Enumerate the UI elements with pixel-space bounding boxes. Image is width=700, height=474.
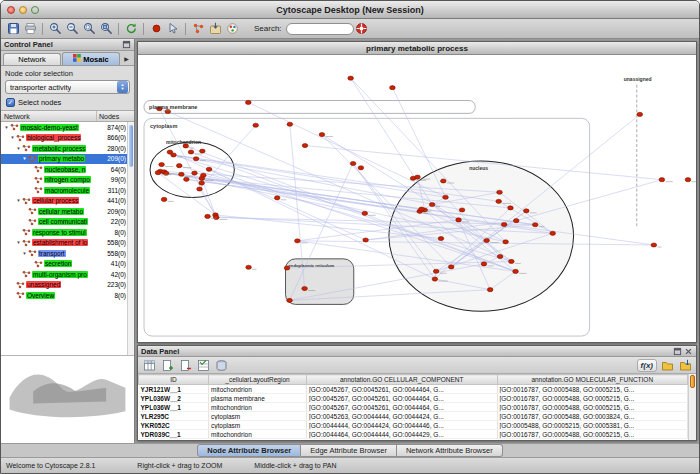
column-header-id[interactable]: ID — [139, 375, 209, 385]
zoom-in-icon[interactable] — [47, 21, 63, 37]
tree-row-secretion[interactable]: secretion41(0) — [1, 259, 134, 270]
import-attributes-icon[interactable] — [213, 357, 229, 373]
tree-row-establishment-of-lo[interactable]: ▼establishment of lo558(0) — [1, 238, 134, 249]
zoom-selected-icon[interactable] — [81, 21, 97, 37]
network-node[interactable] — [362, 211, 368, 215]
network-node[interactable] — [459, 208, 465, 212]
expand-toggle-icon[interactable]: ▼ — [15, 240, 22, 245]
network-node[interactable] — [419, 207, 425, 211]
tree-row-cellular-process[interactable]: ▼cellular process441(0) — [1, 196, 134, 207]
network-node[interactable] — [274, 196, 280, 200]
network-node[interactable] — [184, 177, 190, 181]
tree-row-biological-process[interactable]: ▼biological_process866(0) — [1, 133, 134, 144]
expand-toggle-icon[interactable]: ▼ — [15, 146, 22, 151]
network-node[interactable] — [302, 143, 308, 147]
expand-toggle-icon[interactable]: ▼ — [15, 198, 22, 203]
network-node[interactable] — [651, 243, 657, 247]
network-node[interactable] — [200, 149, 206, 153]
network-node[interactable] — [523, 209, 529, 213]
import-network-icon[interactable] — [207, 21, 223, 37]
close-panel-icon[interactable] — [684, 347, 693, 356]
tree-row-overview[interactable]: Overview8(0) — [1, 290, 134, 301]
float-panel-icon[interactable] — [122, 40, 131, 49]
network-node[interactable] — [685, 178, 691, 182]
select-nodes-checkbox[interactable]: ✓ — [6, 98, 15, 107]
network-node[interactable] — [448, 265, 454, 269]
network-node[interactable] — [348, 76, 354, 80]
birdseye-view[interactable] — [1, 355, 134, 443]
tree-row-nitrogen-compo[interactable]: nitrogen compo99(0) — [1, 175, 134, 186]
tree-column-network[interactable]: Network — [1, 111, 97, 121]
tree-row-response-to-stimul[interactable]: response to stimul8(0) — [1, 227, 134, 238]
network-node[interactable] — [245, 100, 251, 104]
network-node[interactable] — [188, 150, 194, 154]
network-node[interactable] — [205, 214, 211, 218]
zoom-window-button[interactable] — [31, 6, 39, 14]
network-node[interactable] — [253, 123, 259, 127]
network-node[interactable] — [302, 286, 308, 290]
network-node[interactable] — [192, 171, 198, 175]
network-node[interactable] — [176, 164, 182, 168]
network-node[interactable] — [532, 223, 538, 227]
tree-column-nodes[interactable]: Nodes — [97, 111, 134, 121]
network-node[interactable] — [456, 218, 462, 222]
help-icon[interactable] — [354, 21, 370, 37]
select-all-icon[interactable] — [195, 357, 211, 373]
network-node[interactable] — [350, 161, 356, 165]
function-builder-icon[interactable]: f(x) — [637, 359, 657, 372]
column-header-annotation-go-cellular-component[interactable]: annotation.GO CELLULAR_COMPONENT — [307, 375, 498, 385]
tab-scroll-right-icon[interactable]: ▶ — [121, 55, 132, 62]
network-node[interactable] — [432, 277, 438, 281]
network-node[interactable] — [193, 157, 199, 161]
tree-row-unassigned[interactable]: unassigned223(0) — [1, 280, 134, 291]
network-node[interactable] — [513, 219, 519, 223]
network-node[interactable] — [167, 150, 173, 154]
network-node[interactable] — [295, 239, 301, 243]
network-node[interactable] — [155, 171, 161, 175]
network-node[interactable] — [637, 112, 643, 116]
network-node[interactable] — [481, 262, 487, 266]
column-header-annotation-go-molecular-function[interactable]: annotation.GO MOLECULAR_FUNCTION — [497, 375, 688, 385]
tree-row-mosaic-demo-yeast[interactable]: ▼mosaic-demo-yeast874(0) — [1, 122, 134, 133]
network-view-title[interactable]: primary metabolic process — [138, 42, 696, 55]
network-node[interactable] — [319, 132, 325, 136]
network-canvas[interactable]: plasma membranecytoplasmmitochondrionnuc… — [138, 55, 696, 342]
tab-edge-attribute-browser[interactable]: Edge Attribute Browser — [301, 444, 397, 457]
zoom-out-icon[interactable] — [64, 21, 80, 37]
export-table-icon[interactable] — [677, 357, 693, 373]
tab-network-attribute-browser[interactable]: Network Attribute Browser — [397, 444, 503, 457]
node-color-dropdown[interactable]: transporter activity ▲▼ — [5, 80, 130, 94]
network-node[interactable] — [440, 179, 446, 183]
save-icon[interactable] — [5, 21, 21, 37]
network-node[interactable] — [390, 86, 396, 90]
expand-toggle-icon[interactable]: ▼ — [9, 135, 16, 140]
tab-mosaic[interactable]: Mosaic — [62, 52, 120, 65]
network-node[interactable] — [429, 202, 435, 206]
minimize-window-button[interactable] — [19, 6, 27, 14]
network-node[interactable] — [501, 222, 507, 226]
expand-toggle-icon[interactable]: ▼ — [21, 156, 28, 161]
network-node[interactable] — [246, 265, 252, 269]
refresh-icon[interactable] — [123, 21, 139, 37]
column-header-cellularlayoutregion[interactable]: _cellularLayoutRegion — [209, 375, 307, 385]
zoom-fit-icon[interactable] — [98, 21, 114, 37]
tab-network[interactable]: Network — [3, 53, 61, 65]
network-node[interactable] — [497, 190, 503, 194]
network-node[interactable] — [201, 173, 207, 177]
table-row[interactable]: YJR121W__1mitochondrion[GO:0045267, GO:0… — [139, 385, 688, 394]
tree-scrollbar-thumb[interactable] — [129, 125, 133, 167]
expand-toggle-icon[interactable]: ▼ — [3, 125, 10, 130]
vizmapper-icon[interactable] — [224, 21, 240, 37]
delete-attribute-icon[interactable] — [177, 357, 193, 373]
print-icon[interactable] — [22, 21, 38, 37]
network-node[interactable] — [363, 238, 369, 242]
network-node[interactable] — [550, 231, 556, 235]
network-node[interactable] — [484, 238, 490, 242]
expand-toggle-icon[interactable]: ▼ — [21, 251, 28, 256]
network-node[interactable] — [206, 167, 212, 171]
network-node[interactable] — [443, 195, 449, 199]
network-node[interactable] — [433, 269, 439, 273]
search-input[interactable] — [286, 23, 354, 35]
tree-row-primary-metabo[interactable]: ▼primary metabo209(0) — [1, 154, 134, 165]
network-node[interactable] — [179, 172, 185, 176]
